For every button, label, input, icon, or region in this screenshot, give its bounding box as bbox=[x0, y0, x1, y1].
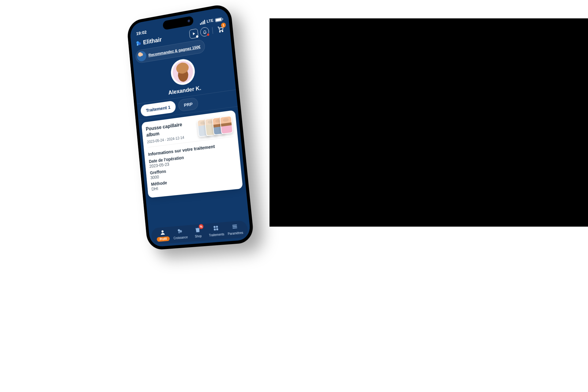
network-label: LTE bbox=[206, 18, 213, 24]
phone-frame: 19:02 LTE Elithair bbox=[126, 3, 254, 251]
profile-avatar[interactable] bbox=[170, 58, 196, 87]
svg-rect-12 bbox=[214, 228, 216, 231]
menu-icon bbox=[231, 223, 239, 230]
nav-label: Profil bbox=[157, 236, 170, 242]
brand-logo-icon bbox=[135, 40, 141, 47]
notifications-badge-dot bbox=[206, 33, 209, 36]
video-badge-dot bbox=[196, 35, 199, 38]
content-card: Pousse capillaire album 2023-05-24 - 202… bbox=[141, 110, 243, 198]
cart-count-badge: 1 bbox=[221, 22, 226, 28]
nav-label: Shop bbox=[193, 234, 204, 239]
video-icon[interactable] bbox=[189, 28, 198, 39]
signal-bars-icon bbox=[200, 20, 205, 25]
nav-label: Traitements bbox=[207, 232, 226, 238]
svg-rect-10 bbox=[213, 226, 216, 228]
growth-icon bbox=[177, 228, 183, 235]
promo-avatar-icon bbox=[137, 51, 147, 62]
shopping-bag-icon bbox=[194, 226, 201, 233]
album-thumbnails bbox=[197, 115, 233, 138]
svg-rect-13 bbox=[216, 228, 218, 230]
tab-prp[interactable]: PRP bbox=[178, 97, 199, 112]
grid-icon bbox=[212, 224, 219, 232]
cart-button[interactable]: 1 bbox=[216, 24, 225, 35]
svg-marker-3 bbox=[193, 32, 195, 35]
svg-point-9 bbox=[178, 232, 180, 233]
phone-mockup: 19:02 LTE Elithair bbox=[126, 3, 254, 251]
nav-croissance[interactable]: Croissance bbox=[171, 227, 190, 241]
phone-screen: 19:02 LTE Elithair bbox=[129, 6, 251, 247]
svg-point-6 bbox=[161, 230, 164, 233]
header-separator bbox=[212, 27, 213, 34]
background-black-block bbox=[270, 18, 588, 227]
nav-shop[interactable]: Shop bbox=[188, 225, 207, 239]
main-content: Pousse capillaire album 2023-05-24 - 202… bbox=[138, 107, 249, 226]
album-thumb bbox=[220, 115, 233, 134]
nav-profil[interactable]: Profil bbox=[154, 228, 172, 242]
user-icon bbox=[159, 229, 166, 236]
brand[interactable]: Elithair bbox=[135, 36, 162, 47]
svg-line-16 bbox=[233, 228, 237, 228]
notifications-icon[interactable] bbox=[200, 27, 209, 37]
tab-traitement-1[interactable]: Traitement 1 bbox=[140, 100, 176, 117]
nav-traitements[interactable]: Traitements bbox=[206, 224, 226, 238]
promo-text: Recommandez & gagnez 150€ bbox=[148, 44, 201, 57]
nav-label: Croissance bbox=[172, 235, 190, 241]
nav-parametres[interactable]: Paramètres bbox=[225, 222, 245, 236]
svg-point-5 bbox=[222, 31, 223, 32]
svg-line-14 bbox=[233, 225, 236, 225]
brand-name: Elithair bbox=[143, 36, 162, 46]
svg-line-15 bbox=[233, 226, 236, 227]
nav-label: Paramètres bbox=[226, 230, 245, 236]
svg-point-4 bbox=[219, 31, 220, 32]
status-time: 19:02 bbox=[136, 29, 147, 36]
svg-rect-11 bbox=[216, 226, 218, 228]
battery-icon bbox=[215, 17, 222, 22]
phone-mockup-scene: 19:02 LTE Elithair bbox=[132, 11, 279, 292]
svg-point-2 bbox=[137, 44, 139, 46]
